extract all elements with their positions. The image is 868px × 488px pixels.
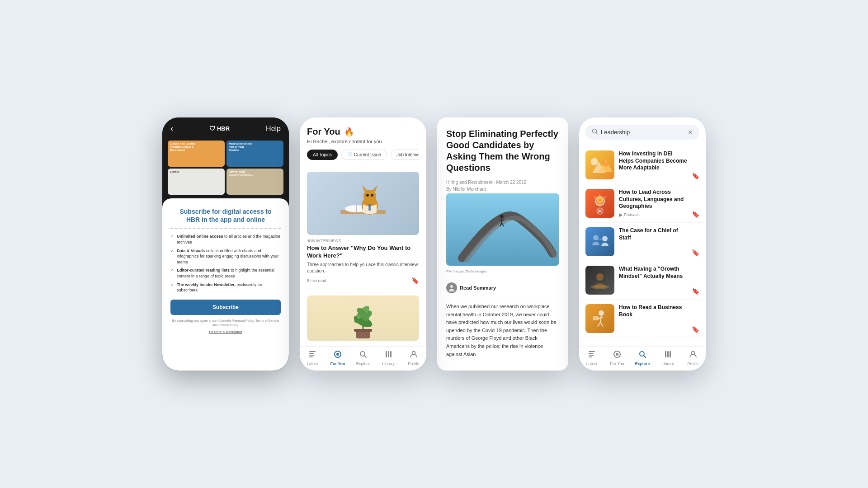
svg-line-71: [644, 356, 646, 357]
for-you-title-row: For You 🔥: [307, 127, 419, 137]
read-summary-button[interactable]: Read Summary: [446, 279, 559, 297]
nav-latest-label: Latest: [307, 361, 318, 366]
nav-library-2[interactable]: Library: [376, 350, 401, 366]
result-item-3[interactable]: The Case for a Chief of Staff 🔖: [579, 223, 706, 261]
tab-job-interviews[interactable]: Job Interviews: [391, 150, 419, 160]
read-summary-text[interactable]: Read Summary: [460, 285, 496, 291]
explore-nav-explore-label: Explore: [635, 361, 650, 366]
svg-line-60: [598, 322, 600, 327]
result-thumb-2: [585, 189, 614, 218]
article-main-title: Stop Eliminating Perfectly Good Candidat…: [446, 128, 559, 174]
result-bookmark-5[interactable]: 🔖: [692, 326, 699, 333]
result-bookmark-3[interactable]: 🔖: [692, 249, 699, 256]
subscribe-title: Subscribe for digital access to HBR in t…: [170, 207, 281, 224]
result-title-5: How to Read a Business Book: [619, 304, 687, 318]
subscribe-button[interactable]: Subscribe: [170, 300, 281, 315]
search-bar[interactable]: Leadership ✕: [585, 125, 699, 140]
result-info-1: How Investing in DEI Helps Companies Bec…: [619, 150, 687, 174]
nav-explore-label-2: Explore: [356, 361, 370, 366]
explore-latest-icon: [588, 350, 596, 361]
feature-item-4: The weekly Insider Newsletter, exclusive…: [170, 282, 281, 293]
explore-nav-library-label: Library: [661, 361, 674, 366]
restore-link[interactable]: Restore subscription: [170, 330, 281, 334]
explore-library-icon: [664, 350, 672, 361]
book-thumb-visual: [585, 304, 614, 333]
result-bookmark-4[interactable]: 🔖: [692, 287, 699, 295]
svg-point-49: [599, 199, 601, 202]
svg-rect-25: [386, 351, 387, 357]
result-bookmark-1[interactable]: 🔖: [692, 172, 699, 179]
result-title-4: What Having a "Growth Mindset" Actually …: [619, 266, 687, 280]
article-title-1[interactable]: How to Answer "Why Do You Want to Work H…: [307, 244, 419, 260]
bottom-nav-2: Latest For You Explore: [300, 346, 426, 371]
library-icon-2: [384, 350, 392, 361]
help-button[interactable]: Help: [266, 125, 281, 133]
explore-nav-foryou[interactable]: For You: [604, 350, 630, 366]
preview-cell-4: How to MakeLeader Positions...: [226, 169, 283, 195]
explore-profile-icon: [689, 350, 697, 361]
topic-tabs: All Topics 📄 Current Issue Job Interview…: [307, 150, 419, 162]
svg-rect-18: [309, 353, 314, 354]
svg-rect-20: [309, 357, 313, 357]
nav-latest[interactable]: Latest: [300, 350, 325, 366]
result-item-5[interactable]: How to Read a Business Book 🔖: [579, 300, 706, 338]
explore-nav-library[interactable]: Library: [655, 350, 680, 366]
road-visual: [446, 193, 559, 266]
nav-explore-2[interactable]: Explore: [350, 350, 376, 366]
explore-nav-profile-label: Profile: [687, 361, 699, 366]
result-item-1[interactable]: How Investing in DEI Helps Companies Bec…: [579, 146, 706, 184]
nav-profile-2[interactable]: Profile: [401, 350, 426, 366]
hbr-logo: 🛡 HBR: [209, 125, 230, 132]
explore-bottom-nav: Latest For You Explore: [579, 346, 706, 371]
svg-line-47: [604, 197, 606, 198]
svg-point-55: [596, 273, 604, 281]
for-you-header: For You 🔥 Hi Rachel, explore content for…: [300, 117, 426, 166]
svg-marker-6: [372, 185, 377, 192]
svg-point-30: [500, 215, 504, 218]
result-thumb-5: [585, 304, 614, 333]
svg-marker-5: [362, 185, 368, 192]
svg-line-58: [600, 316, 601, 322]
article-meta-1: 8 min read 🔖: [307, 277, 419, 284]
tab-all-topics[interactable]: All Topics: [307, 150, 338, 160]
svg-point-7: [366, 194, 369, 197]
svg-rect-17: [309, 351, 316, 352]
result-item-2[interactable]: How to Lead Across Cultures, Languages a…: [579, 184, 706, 223]
bookmark-icon-1[interactable]: 🔖: [411, 277, 419, 284]
article-author: By Nilofer Merchant: [446, 187, 559, 192]
explore-nav-latest[interactable]: Latest: [579, 350, 604, 366]
feature-item-1: Unlimited online access to all articles …: [170, 234, 281, 245]
svg-rect-19: [309, 355, 315, 356]
result-item-4[interactable]: What Having a "Growth Mindset" Actually …: [579, 261, 706, 300]
magazine-icon: 📄: [347, 152, 354, 157]
nav-for-you[interactable]: For You: [325, 350, 350, 366]
for-you-icon: [334, 350, 342, 361]
explore-nav-profile[interactable]: Profile: [680, 350, 706, 366]
search-clear-icon[interactable]: ✕: [688, 129, 693, 136]
article-card-1: Job Interviews How to Answer "Why Do You…: [300, 166, 426, 290]
preview-cell-1: Should You LaunchProducts During aRecess…: [168, 141, 225, 167]
podcast-thumb-visual: [585, 189, 614, 218]
article-category-1: Job Interviews: [307, 239, 419, 243]
explore-icon-2: [359, 350, 367, 361]
explore-nav-explore[interactable]: Explore: [630, 350, 655, 366]
back-button[interactable]: ‹: [170, 124, 173, 133]
for-you-content: For You 🔥 Hi Rachel, explore content for…: [300, 117, 426, 346]
mindset-thumb-visual: [585, 266, 614, 295]
image-caption: PM Images/Getty Images: [446, 269, 559, 273]
article-image-2: [307, 296, 419, 341]
plant-illustration: [307, 296, 419, 341]
svg-rect-72: [665, 351, 666, 357]
app-preview-area: Should You LaunchProducts During aRecess…: [162, 137, 289, 198]
svg-rect-27: [390, 351, 392, 357]
svg-point-8: [371, 194, 373, 197]
subscribe-panel: Subscribe for digital access to HBR in t…: [162, 198, 289, 371]
tab-current-issue[interactable]: 📄 Current Issue: [341, 150, 387, 160]
article-body: When we published our research on workpl…: [446, 303, 559, 358]
svg-rect-64: [589, 351, 595, 352]
feature-list: Unlimited online access to all articles …: [170, 234, 281, 293]
explore-foryou-icon: [613, 350, 621, 361]
search-input[interactable]: Leadership: [601, 129, 685, 136]
svg-rect-67: [589, 357, 592, 357]
result-bookmark-2[interactable]: 🔖: [692, 211, 699, 218]
